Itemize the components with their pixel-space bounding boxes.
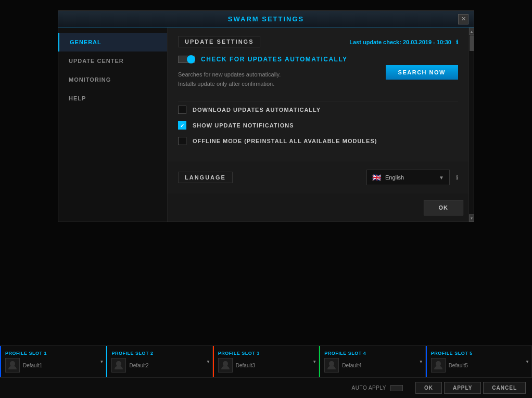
- download-auto-row: DOWNLOAD UPDATES AUTOMATICALLY: [178, 106, 458, 114]
- sidebar-item-help[interactable]: HELP: [58, 89, 167, 108]
- apply-button[interactable]: APPLY: [444, 382, 481, 394]
- update-settings-title: UPDATE SETTINGS: [178, 36, 260, 47]
- profile-slot-2[interactable]: PROFILE SLOT 2 ▼ Default2: [106, 346, 212, 377]
- cancel-button[interactable]: CANCEL: [483, 382, 526, 394]
- search-now-button[interactable]: SEARCH NOW: [386, 65, 458, 80]
- chevron-down-icon: ▼: [99, 360, 104, 364]
- avatar: [111, 358, 126, 373]
- section-header: UPDATE SETTINGS Last update check: 20.03…: [178, 36, 458, 47]
- swarm-settings-modal: SWARM SETTINGS ✕ GENERAL UPDATE CENTER M…: [58, 10, 474, 222]
- profile-slot-3[interactable]: PROFILE SLOT 3 ▼ Default3: [213, 346, 319, 377]
- close-button[interactable]: ✕: [458, 14, 468, 24]
- chevron-down-icon: ▼: [525, 360, 529, 364]
- chevron-down-icon: ▼: [419, 360, 423, 364]
- auto-apply-label: AUTO APPLY: [352, 385, 386, 391]
- chevron-down-icon: ▼: [206, 360, 210, 364]
- profile-bar: PROFILE SLOT 1 ▼ Default1 PROFILE SLOT 2…: [0, 345, 532, 398]
- profile-name: Default3: [236, 363, 255, 368]
- profile-name: Default4: [342, 363, 361, 368]
- sidebar-item-general[interactable]: GENERAL: [58, 33, 167, 52]
- avatar: [218, 358, 233, 373]
- scrollbar[interactable]: ▲ ▼: [468, 28, 474, 222]
- check-updates-toggle-row: CHECK FOR UPDATES AUTOMATICALLY: [178, 56, 458, 63]
- language-section: LANGUAGE 🇬🇧 English ▼ ℹ: [168, 161, 468, 194]
- update-settings-section: UPDATE SETTINGS Last update check: 20.03…: [168, 28, 468, 161]
- offline-mode-label: OFFLINE MODE (PREINSTALL ALL AVAILABLE M…: [193, 138, 377, 144]
- profile-slot-5[interactable]: PROFILE SLOT 5 ▼ Default5: [426, 346, 532, 377]
- scroll-down-button[interactable]: ▼: [469, 214, 474, 222]
- bottom-actions: AUTO APPLY OK APPLY CANCEL: [0, 377, 532, 398]
- flag-icon: 🇬🇧: [372, 173, 381, 182]
- scroll-thumb[interactable]: [470, 35, 474, 51]
- show-notifications-checkbox[interactable]: ✓: [178, 121, 186, 130]
- scroll-up-button[interactable]: ▲: [469, 28, 474, 35]
- avatar: [324, 358, 339, 373]
- profile-name: Default1: [23, 363, 42, 368]
- download-auto-checkbox[interactable]: [178, 106, 186, 114]
- avatar: [5, 358, 20, 373]
- sidebar-item-update-center[interactable]: UPDATE CENTER: [58, 52, 167, 70]
- bottom-ok-button[interactable]: OK: [415, 382, 442, 394]
- ok-button[interactable]: OK: [424, 200, 464, 215]
- profile-slot-1[interactable]: PROFILE SLOT 1 ▼ Default1: [0, 346, 106, 377]
- auto-apply-toggle[interactable]: [390, 385, 403, 391]
- language-dropdown[interactable]: 🇬🇧 English ▼: [366, 170, 450, 185]
- profile-name: Default5: [449, 363, 468, 368]
- profile-slots: PROFILE SLOT 1 ▼ Default1 PROFILE SLOT 2…: [0, 346, 532, 377]
- check-updates-toggle[interactable]: [178, 56, 195, 63]
- offline-mode-row: OFFLINE MODE (PREINSTALL ALL AVAILABLE M…: [178, 137, 458, 145]
- modal-footer: OK: [168, 194, 474, 222]
- last-update-info: Last update check: 20.03.2019 - 10:30 ℹ: [349, 37, 458, 46]
- profile-slot-4[interactable]: PROFILE SLOT 4 ▼ Default4: [319, 346, 425, 377]
- modal-body: GENERAL UPDATE CENTER MONITORING HELP: [58, 28, 474, 222]
- profile-name: Default2: [129, 363, 148, 368]
- modal-title: SWARM SETTINGS: [228, 15, 304, 23]
- show-notifications-label: SHOW UPDATE NOTIFICATIONS: [193, 122, 294, 129]
- language-info-icon[interactable]: ℹ: [456, 174, 458, 181]
- language-name: English: [385, 174, 435, 181]
- chevron-down-icon: ▼: [312, 360, 316, 364]
- avatar: [431, 358, 446, 373]
- show-notifications-row: ✓ SHOW UPDATE NOTIFICATIONS: [178, 121, 458, 130]
- sidebar: GENERAL UPDATE CENTER MONITORING HELP: [58, 28, 168, 222]
- chevron-down-icon: ▼: [439, 175, 444, 181]
- download-auto-label: DOWNLOAD UPDATES AUTOMATICALLY: [193, 107, 321, 113]
- update-info-icon[interactable]: ℹ: [456, 39, 458, 45]
- check-updates-label: CHECK FOR UPDATES AUTOMATICALLY: [201, 56, 348, 63]
- sidebar-item-monitoring[interactable]: MONITORING: [58, 70, 167, 89]
- offline-mode-checkbox[interactable]: [178, 137, 186, 145]
- language-title: LANGUAGE: [178, 172, 233, 183]
- modal-titlebar: SWARM SETTINGS ✕: [58, 11, 474, 28]
